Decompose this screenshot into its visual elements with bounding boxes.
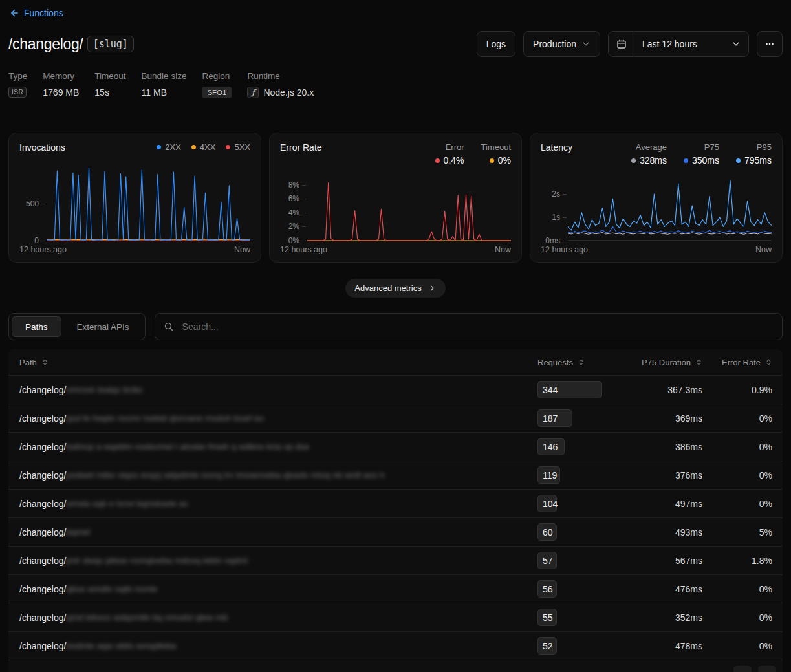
table-row[interactable]: /changelog/bqmel60493ms5% <box>8 517 783 546</box>
path-slug-redacted: podwel mtbx vlqos enqzj wbpdmle iosnq lr… <box>66 470 384 480</box>
path-slug-redacted: qbse wmdlv oqtb nsmle <box>66 584 157 594</box>
table-body: /changelog/nmrovk tealqs brdio344367.3ms… <box>8 375 783 660</box>
table-row[interactable]: /changelog/bsdmle aqw obtls wmqdleba5247… <box>8 631 783 660</box>
legend-col-p95: P95795ms <box>736 142 772 166</box>
meta-bundle-size: Bundle size11 MB <box>142 71 187 98</box>
tab-external-apis[interactable]: External APIs <box>64 316 142 337</box>
column-header-requests[interactable]: Requests <box>537 358 610 367</box>
legend-col-timeout: Timeout0% <box>481 142 511 166</box>
requests-bar: 55 <box>537 609 557 626</box>
meta-timeout: Timeout15s <box>94 71 125 98</box>
requests-bar: 52 <box>537 637 557 655</box>
error-rate-chart[interactable] <box>307 179 511 241</box>
table-row[interactable]: /changelog/qbse wmdlv oqtb nsmle56476ms0… <box>8 574 783 603</box>
x-axis-left-label: 12 hours ago <box>280 245 327 254</box>
requests-bar: 57 <box>537 552 557 569</box>
path-prefix: /changelog/ <box>19 385 66 395</box>
p75-duration-cell: 478ms <box>610 632 702 660</box>
meta-memory: Memory1769 MB <box>43 71 79 98</box>
legend-dot <box>226 145 230 149</box>
isr-badge: ISR <box>8 87 27 98</box>
tab-paths[interactable]: Paths <box>12 316 61 337</box>
requests-bar: 56 <box>537 580 557 598</box>
calendar-button[interactable] <box>609 32 634 56</box>
error-rate-cell: 0% <box>702 433 783 461</box>
invocations-legend: 2XX4XX5XX <box>157 142 250 152</box>
table-row[interactable]: /changelog/wmda oqb e lsnvt bqmdowle as1… <box>8 489 783 517</box>
latency-title: Latency <box>541 142 572 153</box>
table-footer: Show 10 1 of 20 <box>8 660 783 672</box>
table-row[interactable]: /changelog/lsdmcp a wqebhr-nodxvmel t al… <box>8 432 783 461</box>
environment-label: Production <box>533 39 576 49</box>
requests-bar: 60 <box>537 523 557 541</box>
path-slug-redacted: jmlr dwqs pbtoe nsmqlveba mdosq lebtn vq… <box>66 556 248 565</box>
region-badge: SFO1 <box>202 87 232 98</box>
sort-icon <box>695 358 702 366</box>
requests-bar: 119 <box>537 466 560 484</box>
path-prefix: /changelog/ <box>19 612 66 623</box>
next-page-button[interactable] <box>758 666 776 672</box>
latency-x-axis: 12 hours ago Now <box>541 245 772 254</box>
sort-icon <box>41 358 49 366</box>
p75-duration-cell: 376ms <box>610 461 702 489</box>
legend-col-p75: P75350ms <box>684 142 719 166</box>
legend-item-5xx: 5XX <box>226 142 250 152</box>
more-options-button[interactable] <box>757 31 783 57</box>
path-prefix: /changelog/ <box>19 527 66 537</box>
p75-duration-cell: 497ms <box>610 490 702 517</box>
path-prefix: /changelog/ <box>19 442 66 452</box>
legend-col-error: Error0.4% <box>435 142 464 166</box>
search-input[interactable] <box>155 313 783 340</box>
column-header-error-rate[interactable]: Error Rate <box>702 358 783 367</box>
table-row[interactable]: /changelog/nmrovk tealqs brdio344367.3ms… <box>8 375 783 404</box>
search-box <box>155 313 783 340</box>
error-rate-cell: 0.9% <box>702 376 783 404</box>
search-icon <box>164 321 174 332</box>
arrow-left-icon <box>8 8 19 18</box>
table-row[interactable]: /changelog/podwel mtbx vlqos enqzj wbpdm… <box>8 461 783 489</box>
table-row[interactable]: /changelog/qsd fe hwplx nvcmr tsebdi qlo… <box>8 404 783 432</box>
advanced-metrics-button[interactable]: Advanced metrics <box>345 279 445 298</box>
column-header-path[interactable]: Path <box>8 358 537 367</box>
legend-dot <box>736 158 741 163</box>
error-rate-legend: Error0.4%Timeout0% <box>435 142 511 166</box>
invocations-chart[interactable] <box>47 166 250 241</box>
x-axis-left-label: 12 hours ago <box>541 245 588 254</box>
error-rate-cell: 0% <box>702 632 783 660</box>
error-rate-title: Error Rate <box>280 142 322 153</box>
error-rate-cell: 0% <box>702 575 783 603</box>
p75-duration-cell: 493ms <box>610 518 702 546</box>
invocations-x-axis: 12 hours ago Now <box>19 245 250 254</box>
page-title: /changelog/ <box>8 36 83 53</box>
time-range-label: Last 12 hours <box>642 39 697 49</box>
path-slug-redacted: bsdmle aqw obtls wmqdleba <box>66 641 176 651</box>
time-range-select[interactable]: Last 12 hours <box>634 32 748 56</box>
p75-duration-cell: 567ms <box>610 547 702 574</box>
requests-bar: 146 <box>537 438 565 455</box>
meta-runtime: RuntimeƒNode.js 20.x <box>247 71 314 98</box>
p75-duration-cell: 386ms <box>610 433 702 461</box>
x-axis-left-label: 12 hours ago <box>19 245 67 254</box>
logs-button[interactable]: Logs <box>477 31 515 57</box>
path-prefix: /changelog/ <box>19 584 66 594</box>
table-row[interactable]: /changelog/jmlr dwqs pbtoe nsmqlveba mdo… <box>8 546 783 574</box>
p75-duration-cell: 369ms <box>610 404 702 432</box>
path-tabs: Paths External APIs <box>8 313 146 340</box>
chevron-down-icon <box>731 39 741 49</box>
meta-region: RegionSFO1 <box>202 71 232 98</box>
p75-duration-cell: 476ms <box>610 575 702 603</box>
latency-chart[interactable] <box>568 178 772 241</box>
page-size-select[interactable]: Show 10 <box>15 666 71 672</box>
legend-dot <box>684 158 688 163</box>
requests-bar: 344 <box>537 381 602 398</box>
environment-select[interactable]: Production <box>523 31 600 57</box>
back-to-functions-link[interactable]: Functions <box>8 8 63 18</box>
error-rate-x-axis: 12 hours ago Now <box>280 245 511 254</box>
legend-dot <box>631 158 636 163</box>
legend-item-2xx: 2XX <box>157 142 181 152</box>
prev-page-button[interactable] <box>733 666 752 672</box>
column-header-p75-duration[interactable]: P75 Duration <box>610 358 702 367</box>
table-row[interactable]: /changelog/qmd lebvos wdqsmtle bq nmodsl… <box>8 603 783 631</box>
chevron-down-icon <box>581 39 591 49</box>
latency-y-axis: 2s1s0ms <box>541 178 568 241</box>
